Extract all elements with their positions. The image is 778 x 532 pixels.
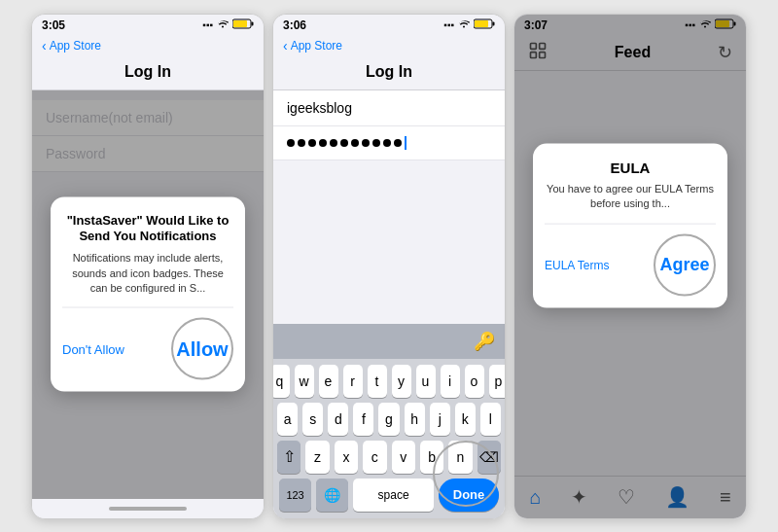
dot-4	[319, 139, 327, 147]
dot-1	[287, 139, 295, 147]
status-icons-2: ▪▪▪	[443, 18, 495, 31]
dot-10	[383, 139, 391, 147]
dot-11	[394, 139, 402, 147]
key-i[interactable]: i	[441, 365, 460, 398]
feed-content: EULA You have to agree our EULA Terms be…	[514, 71, 746, 513]
keyboard-icon: 🔑	[474, 331, 495, 352]
svg-rect-5	[493, 22, 495, 26]
home-indicator-1	[32, 499, 264, 518]
app-store-label-2: App Store	[291, 39, 342, 53]
key-l[interactable]: l	[480, 403, 501, 436]
alert-title-1: "InstaSaver" Would Like to Send You Noti…	[62, 212, 233, 245]
screen1-content: Username(not email) Password "InstaSaver…	[32, 90, 264, 499]
keyboard: 🔑 q w e r t y u i o p a	[273, 324, 505, 518]
dot-7	[351, 139, 359, 147]
key-g[interactable]: g	[378, 403, 399, 436]
svg-rect-4	[475, 20, 488, 27]
key-q[interactable]: q	[272, 365, 290, 398]
key-h[interactable]: h	[405, 403, 425, 436]
home-bar-1	[109, 507, 187, 511]
key-123[interactable]: 123	[279, 479, 311, 512]
eula-message: You have to agree our EULA Terms before …	[545, 182, 716, 212]
agree-button-circle[interactable]: Agree	[654, 233, 716, 296]
allow-button-circle[interactable]: Allow	[171, 318, 233, 380]
agree-button-label: Agree	[659, 255, 709, 275]
keyboard-toolbar: 🔑	[273, 324, 505, 359]
key-row-2: a s d f g h j k l	[277, 403, 501, 436]
key-shift[interactable]: ⇧	[277, 441, 301, 474]
key-c[interactable]: c	[363, 441, 386, 474]
phone-screen-3: 3:07 ▪▪▪ Feed ↻ EUL	[513, 14, 747, 519]
username-field-2[interactable]: igeeksblog	[273, 90, 505, 126]
svg-rect-1	[233, 20, 247, 27]
done-button[interactable]: Done	[439, 479, 499, 512]
app-store-label-1: App Store	[50, 39, 101, 53]
key-a[interactable]: a	[277, 403, 298, 436]
dont-allow-button[interactable]: Don't Allow	[62, 341, 124, 356]
key-w[interactable]: w	[295, 365, 314, 398]
status-icons-1: ▪▪▪	[202, 18, 254, 31]
key-v[interactable]: v	[392, 441, 415, 474]
key-s[interactable]: s	[302, 403, 323, 436]
password-dots-container	[287, 136, 491, 150]
time-1: 3:05	[42, 18, 65, 32]
keyboard-rows: q w e r t y u i o p a s d f g	[273, 359, 505, 518]
dot-9	[372, 139, 380, 147]
key-f[interactable]: f	[353, 403, 373, 436]
status-bar-2: 3:06 ▪▪▪	[273, 15, 505, 36]
phone-screen-1: 3:05 ▪▪▪ ‹ App Store Log In Username(not…	[31, 14, 265, 519]
key-z[interactable]: z	[305, 441, 329, 474]
alert-dialog-1: "InstaSaver" Would Like to Send You Noti…	[51, 196, 245, 392]
eula-dialog: EULA You have to agree our EULA Terms be…	[533, 144, 727, 308]
eula-actions: EULA Terms Agree	[545, 223, 716, 296]
app-store-bar-1[interactable]: ‹ App Store	[32, 36, 264, 55]
dot-8	[362, 139, 370, 147]
eula-terms-link[interactable]: EULA Terms	[545, 258, 609, 271]
alert-actions-1: Don't Allow Allow	[62, 307, 233, 380]
key-j[interactable]: j	[430, 403, 450, 436]
alert-message-1: Notifications may include alerts, sounds…	[62, 251, 233, 296]
wifi-icon	[216, 19, 230, 31]
password-field-2[interactable]	[273, 126, 505, 160]
battery-icon	[232, 18, 254, 31]
screen1-title: Log In	[124, 63, 171, 81]
key-row-3: ⇧ z x c v b n ⌫	[277, 441, 501, 474]
cursor	[405, 136, 407, 150]
screen2-login-fields: igeeksblog	[273, 90, 505, 160]
app-store-bar-2[interactable]: ‹ App Store	[273, 36, 505, 55]
battery-icon-2	[474, 18, 495, 31]
key-t[interactable]: t	[368, 365, 387, 398]
key-r[interactable]: r	[343, 365, 363, 398]
key-row-1: q w e r t y u i o p	[277, 365, 501, 398]
nav-bar-2: Log In	[273, 55, 505, 90]
eula-title: EULA	[545, 160, 716, 176]
phone-screen-2: 3:06 ▪▪▪ ‹ App Store Log In igeeksblog	[272, 14, 506, 519]
signal-icon: ▪▪▪	[202, 19, 213, 30]
key-d[interactable]: d	[328, 403, 348, 436]
dot-5	[330, 139, 337, 147]
dot-2	[298, 139, 305, 147]
back-arrow-icon-2: ‹	[283, 38, 288, 53]
screenshots-container: 3:05 ▪▪▪ ‹ App Store Log In Username(not…	[0, 0, 778, 532]
nav-bar-1: Log In	[32, 55, 264, 90]
time-2: 3:06	[283, 18, 306, 32]
key-b[interactable]: b	[420, 441, 443, 474]
dot-6	[340, 139, 348, 147]
key-space[interactable]: space	[353, 479, 434, 512]
key-row-4: 123 🌐 space Done	[277, 479, 501, 512]
wifi-icon-2	[457, 19, 471, 31]
signal-icon-2: ▪▪▪	[443, 19, 454, 30]
status-bar-1: 3:05 ▪▪▪	[32, 15, 264, 36]
key-globe[interactable]: 🌐	[316, 479, 348, 512]
key-delete[interactable]: ⌫	[477, 441, 501, 474]
key-u[interactable]: u	[416, 365, 436, 398]
key-x[interactable]: x	[335, 441, 358, 474]
key-p[interactable]: p	[489, 365, 507, 398]
key-k[interactable]: k	[455, 403, 476, 436]
key-n[interactable]: n	[448, 441, 472, 474]
username-value: igeeksblog	[287, 100, 352, 116]
key-o[interactable]: o	[465, 365, 484, 398]
allow-button-label: Allow	[176, 337, 228, 360]
key-y[interactable]: y	[392, 365, 411, 398]
key-e[interactable]: e	[319, 365, 338, 398]
